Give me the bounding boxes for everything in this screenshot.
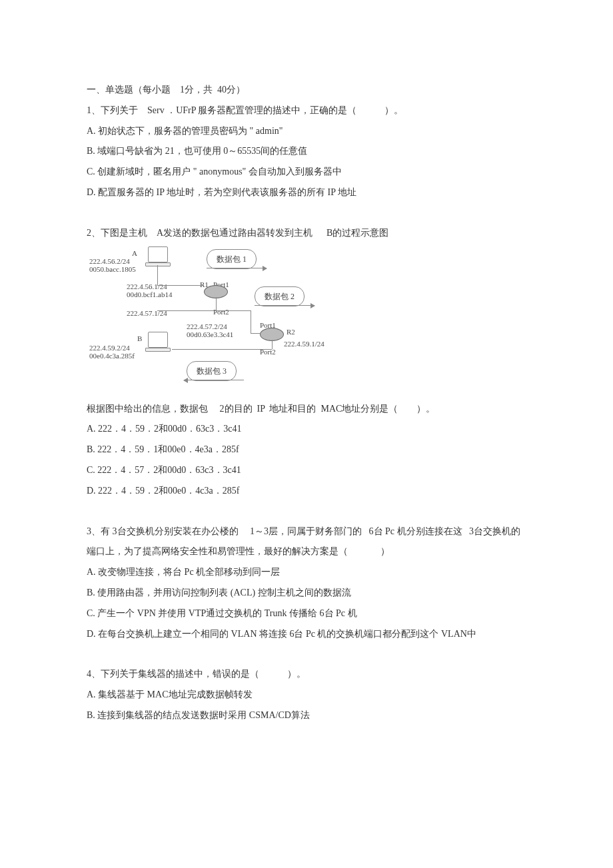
q2-stem: 2、下图是主机 A发送的数据包通过路由器转发到主机 B的过程示意图: [87, 223, 526, 244]
q4-option-a: A. 集线器基于 MAC地址完成数据帧转发: [87, 685, 526, 705]
spacer: [87, 203, 526, 223]
q1-option-b: B. 域端口号缺省为 21，也可使用 0～65535间的任意值: [87, 141, 526, 162]
arrow-icon: [207, 268, 267, 268]
arrow-icon: [184, 380, 244, 380]
r1-port2-ip: 222.4.57.1/24: [127, 305, 167, 321]
r2-port1-mac: 00d0.63e3.3c41: [187, 326, 233, 342]
wire: [157, 285, 204, 286]
q3-stem: 3、有 3台交换机分别安装在办公楼的 1～3层，同属于财务部门的 6台 Pc 机…: [87, 522, 526, 563]
wire: [172, 349, 272, 350]
computer-base-icon: [145, 262, 171, 266]
q3-option-b: B. 使用路由器，并用访问控制列表 (ACL) 控制主机之间的数据流: [87, 583, 526, 604]
host-b-label: B: [137, 330, 142, 346]
q2-diagram: A 222.4.56.2/24 0050.bacc.1805 数据包 1 222…: [87, 246, 320, 396]
q2-option-b: B. 222．4．59．1和00e0．4e3a．285f: [87, 440, 526, 460]
packet-1-pill: 数据包 1: [207, 249, 257, 269]
q4-stem: 4、下列关于集线器的描述中，错误的是（ ）。: [87, 664, 526, 685]
host-b-mac: 00e0.4c3a.285f: [89, 348, 135, 364]
q4-option-b: B. 连接到集线器的结点发送数据时采用 CSMA/CD算法: [87, 705, 526, 726]
q3-option-c: C. 产生一个 VPN 并使用 VTP通过交换机的 Trunk 传播给 6台 P…: [87, 604, 526, 624]
router-icon: [260, 328, 284, 341]
section-title: 一、单选题（每小题 1分，共 40分）: [87, 80, 526, 101]
q1-option-c: C. 创建新域时，匿名用户 " anonymous" 会自动加入到服务器中: [87, 162, 526, 183]
q2-tail: 根据图中给出的信息，数据包 2的目的 IP 地址和目的 MAC地址分别是（ ）。: [87, 399, 526, 420]
router-icon: [204, 285, 228, 298]
spacer: [87, 502, 526, 522]
r1-port1-mac: 00d0.bcf1.ab14: [127, 286, 172, 302]
q1-option-a: A. 初始状态下，服务器的管理员密码为 " admin": [87, 121, 526, 142]
computer-icon: [148, 246, 168, 262]
host-a-mac: 0050.bacc.1805: [89, 261, 136, 277]
q1-option-d: D. 配置服务器的 IP 地址时，若为空则代表该服务器的所有 IP 地址: [87, 183, 526, 203]
q1-stem: 1、下列关于 Serv ．UFrP 服务器配置管理的描述中，正确的是（ ）。: [87, 101, 526, 121]
q2-option-a: A. 222．4．59．2和00d0．63c3．3c41: [87, 419, 526, 440]
wire: [216, 297, 217, 310]
host-a-label: A: [132, 245, 137, 261]
exam-page: 一、单选题（每小题 1分，共 40分） 1、下列关于 Serv ．UFrP 服务…: [0, 0, 613, 868]
wire: [157, 310, 251, 311]
packet-3-pill: 数据包 3: [187, 361, 237, 381]
q3-option-a: A. 改变物理连接，将台 Pc 机全部移动到同一层: [87, 562, 526, 583]
r2-port2-label: Port2: [260, 344, 276, 360]
q2-option-d: D. 222．4．59．2和00e0．4c3a．285f: [87, 481, 526, 502]
arrow-icon: [255, 305, 314, 306]
wire: [251, 333, 260, 334]
wire: [251, 310, 251, 333]
computer-base-icon: [145, 348, 171, 352]
spacer: [87, 644, 526, 664]
packet-2-pill: 数据包 2: [255, 286, 305, 306]
r2-port2-ip: 222.4.59.1/24: [284, 336, 324, 352]
wire: [272, 340, 273, 349]
q3-option-d: D. 在每台交换机上建立一个相同的 VLAN 将连接 6台 Pc 机的交换机端口…: [87, 624, 526, 645]
q2-option-c: C. 222．4．57．2和00d0．63c3．3c41: [87, 460, 526, 481]
computer-icon: [148, 332, 168, 348]
